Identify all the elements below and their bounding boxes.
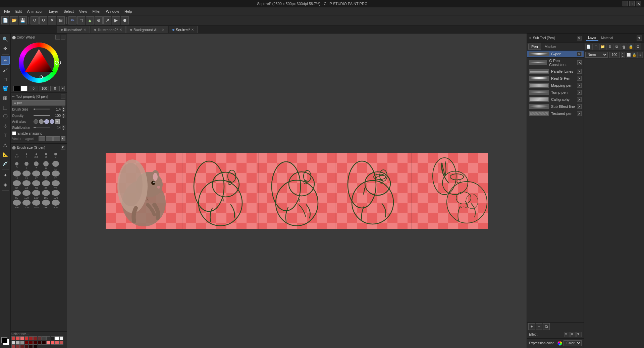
color-history-cell[interactable] [29,341,33,345]
vector-magnet-slider2[interactable] [46,136,53,141]
brush-size-cell-150[interactable]: 150 [41,190,51,199]
color-swatch-pair[interactable] [1,337,9,345]
tool-transform[interactable]: ⊹ [1,122,10,130]
brush-textured[interactable]: Textured pen ✕ [527,110,584,117]
color-history-cell[interactable] [29,336,33,340]
color-history-cell[interactable] [16,336,20,340]
brush-size-cell-17[interactable]: 17 [32,170,41,180]
layer-reference[interactable]: ◎ [637,52,643,58]
brush-calligraphy-delete[interactable]: ✕ [577,97,582,102]
brush-size-cell-5[interactable]: 5 [12,161,21,170]
brush-size-cell-70[interactable]: 70 [51,180,60,190]
toolbar-open[interactable]: 📂 [10,16,18,24]
tool-prop-settings[interactable] [61,94,65,99]
brush-size-cell-250[interactable]: 250 [22,200,31,209]
canvas-area[interactable]: 3 3 [67,33,527,348]
brush-parallel-delete[interactable]: ✕ [577,69,582,74]
stab-down[interactable]: ▼ [62,128,65,130]
brush-size-cell-170[interactable]: 170 [51,190,60,199]
tool-eraser[interactable]: ◻ [1,75,10,83]
sub-tool-tab-pen[interactable]: Pen [528,44,541,50]
brush-panel-settings[interactable]: ▼ [61,145,65,150]
toolbar-transform[interactable]: ↗ [103,16,111,24]
layer-panel-menu[interactable]: ▼ [637,36,642,41]
brush-size-cell-8[interactable]: 8 [41,161,51,170]
tool-shape[interactable]: △ [1,140,10,149]
color-history-cell[interactable] [55,341,59,345]
brush-gpen[interactable]: G-pen ✕ [527,51,584,58]
brush-size-cell-500[interactable]: 500 [51,200,60,209]
color-history-cell[interactable] [24,341,29,345]
color-history-cell[interactable] [46,341,50,345]
toolbar-scale[interactable]: ⊞ [57,16,65,24]
color-history-cell[interactable] [20,345,24,348]
tool-fill[interactable]: 🪣 [1,84,10,93]
menu-edit[interactable]: Edit [13,9,24,14]
menu-animation[interactable]: Animation [24,9,46,14]
brush-gpen-consistent[interactable]: G-Pen Consistent ✕ [527,58,584,68]
sub-tool-delete[interactable]: − [536,323,542,330]
brush-size-cell-20[interactable]: 20 [41,170,51,180]
menu-help[interactable]: Help [122,9,135,14]
brush-size-cell-50[interactable]: 50 [32,180,41,190]
toolbar-eraser[interactable]: ◻ [77,16,85,24]
menu-view[interactable]: View [76,9,90,14]
color-history-cell[interactable] [11,341,15,345]
toolbar-snap[interactable]: ⊕ [95,16,103,24]
color-history-cell[interactable] [33,341,37,345]
layer-new[interactable]: 📄 [585,44,592,50]
toolbar-rotate-right[interactable]: ↻ [39,16,47,24]
color-history-cell[interactable] [38,336,42,340]
brush-size-cell-30[interactable]: 30 [12,180,21,190]
brush-mapping[interactable]: Mapping pen ✕ [527,82,584,89]
color-history-cell[interactable] [24,336,29,340]
brush-mapping-delete[interactable]: ✕ [577,83,582,88]
stabilization-slider[interactable] [34,127,50,128]
toolbar-new[interactable]: 📄 [1,16,9,24]
sub-tool-settings[interactable]: ⚙ [577,36,582,41]
tool-ruler[interactable]: 📐 [1,150,10,158]
blend-mode-select[interactable]: Norm Multiply Screen Overlay [585,52,608,58]
menu-layer[interactable]: Layer [46,9,61,14]
sub-tool-add[interactable]: + [528,323,535,330]
tool-pen[interactable]: ✒ [1,56,10,65]
brush-size-cell-7[interactable]: 7 [32,161,41,170]
color-history-cell[interactable] [11,336,15,340]
color-history-cell[interactable] [29,345,33,348]
effect-btn2[interactable]: ✕ [570,332,576,337]
tool-3d[interactable]: ◈ [1,180,10,189]
menu-file[interactable]: File [1,9,13,14]
anti-alias-off[interactable] [34,119,38,124]
color-history-cell[interactable] [38,341,42,345]
layer-clip[interactable]: ⬜ [626,52,631,58]
menu-filter[interactable]: Filter [90,9,103,14]
tab-illustration-close[interactable]: ✕ [84,28,86,31]
tab-illustration2-close[interactable]: ✕ [119,28,122,31]
brush-size-cell-60[interactable]: 60 [41,180,51,190]
brush-real-gpen-delete[interactable]: ✕ [577,76,582,81]
tool-lasso[interactable]: 〇 [1,112,10,121]
tool-move[interactable]: ✥ [1,44,10,53]
layer-duplicate[interactable]: ⧉ [613,44,620,50]
brush-real-gpen[interactable]: Real G-Pen ✕ [527,75,584,82]
brush-size-cell-80[interactable]: 80 [12,190,21,199]
foreground-color-swatch[interactable] [1,337,7,343]
brush-size-slider[interactable] [34,109,50,110]
toolbar-fill[interactable]: ▲ [86,16,94,24]
brush-size-cell-1.5[interactable]: 1.5 [12,151,21,160]
color-history-cell[interactable] [42,341,46,345]
brush-size-cell-25[interactable]: 25 [51,170,60,180]
color-history-cell[interactable] [20,336,24,340]
menu-window[interactable]: Window [103,9,122,14]
brush-size-cell-6[interactable]: 6 [22,161,31,170]
brush-size-cell-100[interactable]: 100 [22,190,31,199]
opacity-up[interactable]: ▲ [62,113,65,116]
layer-new-folder[interactable]: 📁 [599,44,606,50]
color-wheel-option2[interactable] [61,35,65,40]
tool-select[interactable]: ⬚ [1,103,10,112]
color-menu-btn[interactable]: ▼ [61,86,65,91]
brush-size-cell-10[interactable]: 10 [51,161,60,170]
layer-merge[interactable]: ⬇ [606,44,613,50]
sub-tool-tab-marker[interactable]: Marker [542,44,559,50]
brush-size-cell-2.5[interactable]: 2.5 [32,151,41,160]
